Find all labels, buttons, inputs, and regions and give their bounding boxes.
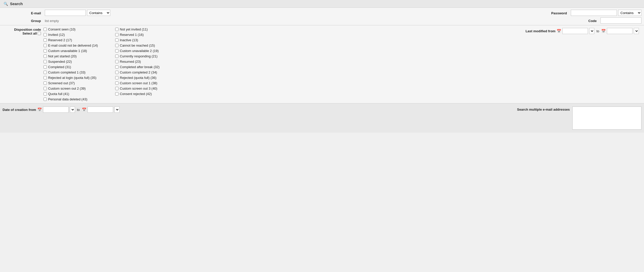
last-modified-from-dropdown[interactable] — [589, 28, 594, 34]
list-item: Cannot be reached (15) — [115, 43, 182, 48]
list-item: Suspended (22) — [44, 59, 110, 64]
list-item: Custom unavailable 2 (19) — [115, 48, 182, 53]
date-creation-to-dropdown[interactable] — [114, 107, 120, 113]
password-input[interactable] — [571, 10, 617, 16]
last-modified-to-dropdown[interactable] — [634, 28, 639, 34]
checkbox-label: Quota full (41) — [48, 92, 69, 96]
checkbox-custom-completed1[interactable] — [44, 71, 47, 74]
checkbox-label: Custom screen out 2 (39) — [48, 87, 86, 90]
date-creation-to-input[interactable] — [88, 107, 113, 113]
disposition-row: Disposition code Select all Consent seen… — [0, 25, 644, 103]
list-item: Custom screen out 1 (38) — [115, 81, 182, 86]
list-item: Quota full (41) — [44, 91, 110, 96]
date-creation-from-dropdown[interactable] — [70, 107, 75, 113]
checkbox-label: Not yet started (20) — [48, 54, 77, 58]
to-label-1: to — [596, 29, 600, 33]
checkbox-label: Cannot be reached (15) — [120, 44, 155, 47]
email-input[interactable] — [45, 10, 86, 16]
checkbox-consent-rejected[interactable] — [115, 92, 119, 96]
checkbox-custom-screen-out1[interactable] — [115, 81, 119, 85]
list-item: Custom completed 1 (33) — [44, 70, 110, 75]
date-creation-from-input[interactable] — [43, 107, 69, 113]
group-label: Group — [3, 18, 44, 23]
checkbox-custom-unavailable1[interactable] — [44, 49, 47, 53]
checkboxes-grid: Consent seen (10) Not yet invited (11) I… — [44, 27, 341, 102]
checkbox-not-yet-started[interactable] — [44, 55, 47, 58]
calendar-icon-creation-to[interactable]: 📅 — [82, 108, 86, 112]
checkbox-cannot-be-reached[interactable] — [115, 44, 119, 47]
checkbox-currently-responding[interactable] — [115, 55, 119, 58]
checkbox-custom-unavailable2[interactable] — [115, 49, 119, 53]
checkbox-suspended[interactable] — [44, 60, 47, 63]
to-label-2: to — [76, 108, 81, 112]
checkbox-consent-seen[interactable] — [44, 28, 47, 31]
checkbox-label: Custom screen out 3 (40) — [120, 87, 157, 90]
disposition-code-label: Disposition code — [3, 28, 41, 32]
calendar-icon-to[interactable]: 📅 — [601, 29, 606, 33]
bottom-section: Date of creation from 📅 to 📅 Search mult… — [0, 103, 644, 133]
select-all-checkbox[interactable] — [38, 32, 41, 35]
checkbox-personal-data-deleted[interactable] — [44, 98, 47, 101]
checkbox-label: Screened out (37) — [48, 81, 75, 85]
checkbox-not-yet-invited[interactable] — [115, 28, 119, 31]
last-modified-label: Last modified from — [525, 29, 555, 33]
checkbox-label: Rejected (quota full) (36) — [120, 76, 156, 80]
list-item: Invited (12) — [44, 32, 110, 37]
checkbox-label: Reserved 1 (16) — [120, 33, 144, 37]
password-section: Password Contains Equals Starts with End… — [529, 10, 641, 16]
checkbox-quota-full[interactable] — [44, 92, 47, 96]
checkbox-completed-after-break[interactable] — [115, 65, 119, 69]
checkbox-resumed[interactable] — [115, 60, 119, 63]
checkbox-rejected-login[interactable] — [44, 76, 47, 79]
list-item: Not yet invited (11) — [115, 27, 182, 32]
list-item: Rejected (quota full) (36) — [115, 75, 182, 80]
select-all-label: Select all — [23, 32, 37, 35]
calendar-icon-from[interactable]: 📅 — [557, 29, 561, 33]
list-item: E-mail could not be delivered (14) — [44, 43, 110, 48]
checkbox-custom-completed2[interactable] — [115, 71, 119, 74]
calendar-icon-creation-from[interactable]: 📅 — [37, 108, 42, 112]
code-input[interactable] — [600, 17, 641, 24]
checkbox-label: Personal data deleted (43) — [48, 97, 87, 101]
list-item: Completed (31) — [44, 65, 110, 69]
last-modified-from-input[interactable] — [562, 28, 588, 34]
list-item: Custom completed 2 (34) — [115, 70, 182, 75]
code-label: Code — [558, 18, 599, 23]
list-item: Resumed (23) — [115, 59, 182, 64]
list-item: Personal data deleted (43) — [44, 97, 110, 102]
checkbox-reserved1[interactable] — [115, 33, 119, 36]
checkbox-custom-screen-out2[interactable] — [44, 87, 47, 90]
checkbox-custom-screen-out3[interactable] — [115, 87, 119, 90]
password-label: Password — [529, 11, 570, 15]
checkbox-label: Inactive (13) — [120, 38, 138, 42]
select-all-row: Select all — [3, 32, 41, 35]
list-item: Screened out (37) — [44, 81, 110, 86]
page-wrapper: 🔍 Search E-mail Contains Equals Starts w… — [0, 0, 644, 272]
last-modified-to-input[interactable] — [607, 28, 632, 34]
last-modified-block: Last modified from 📅 to 📅 — [525, 28, 639, 34]
list-item: Custom screen out 3 (40) — [115, 86, 182, 91]
checkbox-rejected-quota[interactable] — [115, 76, 119, 79]
group-section: Group list empty — [3, 17, 558, 24]
date-creation-section: Date of creation from 📅 to 📅 — [3, 107, 120, 113]
checkbox-screened-out[interactable] — [44, 81, 47, 85]
checkbox-completed[interactable] — [44, 65, 47, 69]
checkbox-label: Custom completed 2 (34) — [120, 70, 157, 74]
checkbox-invited[interactable] — [44, 33, 47, 36]
email-section: E-mail Contains Equals Starts with Ends … — [3, 10, 529, 16]
multi-email-label: Search multiple e-mail addresses — [517, 107, 570, 111]
list-item: Reserved 2 (17) — [44, 38, 110, 43]
checkbox-label: Custom unavailable 1 (18) — [48, 49, 87, 53]
checkbox-label: Consent rejected (42) — [120, 92, 152, 96]
checkbox-reserved2[interactable] — [44, 38, 47, 42]
email-filter-select[interactable]: Contains Equals Starts with Ends with — [87, 10, 110, 16]
checkbox-email-not-delivered[interactable] — [44, 44, 47, 47]
checkbox-label: Rejected at login (quota full) (35) — [48, 76, 96, 80]
multi-email-textarea[interactable] — [572, 107, 641, 130]
checkbox-inactive[interactable] — [115, 38, 119, 42]
password-filter-select[interactable]: Contains Equals Starts with Ends with — [618, 10, 641, 16]
list-item: Custom unavailable 1 (18) — [44, 48, 110, 53]
group-code-row: Group list empty Code — [0, 17, 644, 25]
top-fields-row: E-mail Contains Equals Starts with Ends … — [0, 8, 644, 17]
checkbox-label: Completed (31) — [48, 65, 71, 69]
